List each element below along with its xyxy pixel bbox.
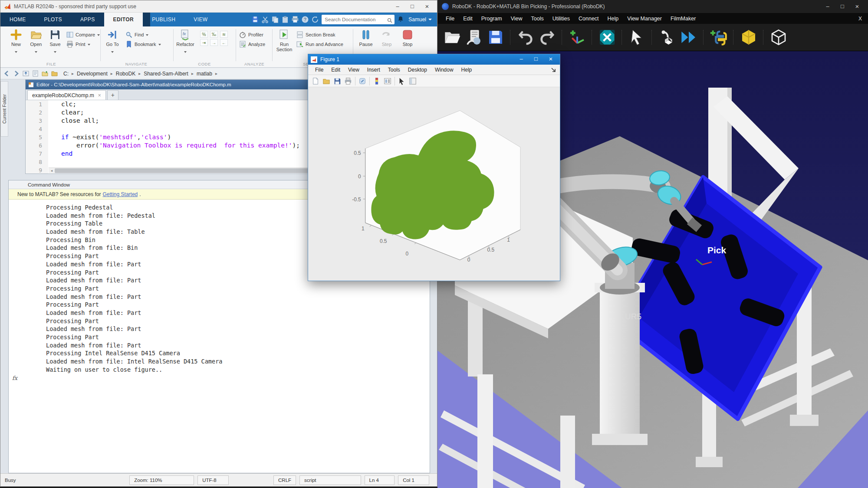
cut-icon[interactable] [261,16,269,23]
pause-button[interactable]: Pause [356,29,375,47]
file-tab[interactable]: exampleRoboDKChomp.m [27,90,106,100]
run-and-advance-button[interactable]: Run and Advance [296,39,343,49]
bookmark-button[interactable]: Bookmark [125,39,161,49]
stop-button[interactable]: Stop [398,29,417,47]
robodk-menu-tools[interactable]: Tools [527,16,548,22]
tab-home[interactable]: HOME [0,13,35,26]
open-file-icon[interactable] [322,77,330,85]
robodk-menu-view[interactable]: View [507,16,526,22]
move-robot-icon[interactable] [658,29,676,46]
smart-indent-icon[interactable]: ⇥ [200,39,208,46]
folder-icon[interactable] [51,70,58,77]
status-line[interactable]: Ln 4 [365,475,395,485]
analyze-button[interactable]: Analyze [239,39,265,49]
tab-plots[interactable]: PLOTS [35,13,71,26]
robodk-maximize-icon[interactable] [836,2,849,11]
new-button[interactable]: New [7,29,26,55]
fit-view-icon[interactable] [598,29,616,46]
close-tab-icon[interactable] [98,92,101,98]
status-col[interactable]: Col 1 [398,475,429,485]
back-icon[interactable] [3,70,10,77]
robodk-close-icon[interactable] [851,2,864,11]
undo-icon[interactable] [517,29,534,46]
search-icon[interactable] [387,17,392,22]
figure-menu-insert[interactable]: Insert [364,67,384,73]
goto-button[interactable]: Go To [103,29,122,55]
colorbar-icon[interactable] [373,77,381,85]
figure-minimize-icon[interactable] [515,56,528,63]
tab-apps[interactable]: APPS [71,13,104,26]
link-plot-icon[interactable] [358,77,366,85]
paste-icon[interactable] [281,16,289,23]
status-zoom[interactable]: Zoom: 110% [129,475,194,485]
run-section-button[interactable]: Run Section [274,29,295,52]
copy-icon[interactable] [271,16,279,23]
notifications-bell-icon[interactable] [397,16,404,23]
section-break-button[interactable]: Section Break [296,30,343,39]
figure-plot-area[interactable]: 0.5 0 -0.5 1 0.5 0 0 0.5 1 [308,87,560,281]
scroll-left-icon[interactable] [49,168,55,174]
help-icon[interactable]: ? [301,16,309,23]
robodk-menu-edit[interactable]: Edit [459,16,477,22]
figure-menu-help[interactable]: Help [458,67,476,73]
save-icon[interactable] [251,16,259,23]
robodk-menu-close-icon[interactable] [858,16,864,22]
robodk-menu-view-manager[interactable]: View Manager [623,16,666,22]
compare-button[interactable]: Compare [66,30,100,39]
breadcrumb-item-robodk[interactable]: RoboDK [116,71,135,77]
breadcrumb-item-c[interactable]: C: [63,71,69,77]
figure-menu-edit[interactable]: Edit [328,67,344,73]
grab-icon[interactable] [740,29,757,46]
robodk-menu-program[interactable]: Program [477,16,506,22]
inspector-icon[interactable] [409,77,417,85]
step-button[interactable]: Step [377,29,396,47]
robodk-minimize-icon[interactable] [821,2,834,11]
pick-label[interactable]: Pick [707,245,727,255]
command-prompt-fx[interactable]: fx [9,375,430,381]
refresh-icon[interactable] [311,16,319,23]
refactor-button[interactable]: fx Refactor [176,29,195,55]
tab-view[interactable]: VIEW [184,13,217,26]
robodk-menu-filmmaker[interactable]: FilmMaker [667,16,700,22]
status-encoding[interactable]: UTF-8 [197,475,229,485]
select-icon[interactable] [628,29,646,46]
figure-maximize-icon[interactable] [529,56,542,63]
figure-menu-desktop[interactable]: Desktop [404,67,431,73]
print-figure-icon[interactable] [344,77,352,85]
new-tab-button[interactable] [107,90,118,100]
save-button[interactable]: Save [46,29,65,55]
open-button[interactable]: Open [26,29,46,55]
legend-icon[interactable] [384,77,391,85]
robot-label[interactable]: UR5 [625,312,641,321]
new-folder-icon[interactable] [41,70,49,77]
tab-editor[interactable]: EDITOR [104,13,143,26]
wrap-comments-icon[interactable]: ≋ [220,31,228,38]
comment-percent-icon[interactable]: % [200,31,208,38]
robodk-menu-connect[interactable]: Connect [575,16,603,22]
getting-started-link[interactable]: Getting Started [103,191,138,197]
figure-menu-window[interactable]: Window [431,67,457,73]
import-icon[interactable] [465,29,483,46]
robodk-menu-utilities[interactable]: Utilities [549,16,574,22]
up-icon[interactable] [22,70,30,77]
user-menu[interactable]: Samuel [407,16,434,23]
run-fast-icon[interactable] [680,29,697,46]
breadcrumb-item-matlab[interactable]: matlab [197,71,212,77]
current-folder-tab[interactable]: Current Folder [0,81,8,137]
forward-icon[interactable] [13,70,20,77]
robodk-menu-help[interactable]: Help [604,16,623,22]
indent-left-icon[interactable]: ← [220,39,228,46]
figure-menu-tools[interactable]: Tools [385,67,404,73]
search-input[interactable] [322,17,382,22]
close-icon[interactable] [421,2,434,11]
find-button[interactable]: Find [125,30,161,39]
uncomment-icon[interactable]: ‰ [210,31,218,38]
search-documentation-input[interactable] [322,15,395,24]
profiler-button[interactable]: Profiler [239,30,265,39]
breadcrumb-item-development[interactable]: Development [77,71,108,77]
doc-icon[interactable] [32,70,39,77]
maximize-icon[interactable] [406,2,419,11]
robodk-menu-file[interactable]: File [442,16,458,22]
minimize-icon[interactable] [391,2,404,11]
status-filetype[interactable]: script [299,475,361,485]
